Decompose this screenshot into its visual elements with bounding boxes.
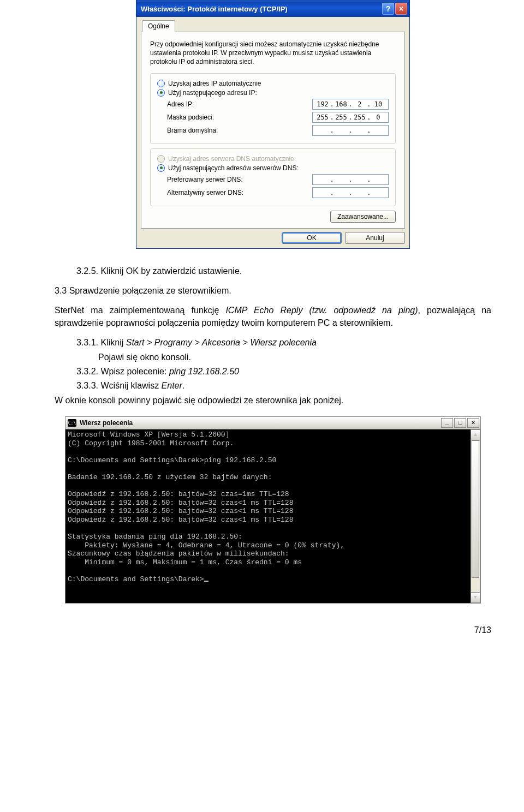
radio-dns-auto-label: Uzyskaj adres serwera DNS automatycznie (168, 155, 294, 163)
cmd-title: Wiersz polecenia (80, 419, 440, 427)
cmd-output[interactable]: Microsoft Windows XP [Wersja 5.1.2600] (… (66, 429, 480, 603)
scroll-down-icon[interactable]: ▼ (471, 592, 480, 603)
cancel-button[interactable]: Anuluj (345, 232, 405, 244)
dns-alt-input[interactable]: . . . (312, 187, 389, 198)
radio-dns-manual-label: Użyj następujących adresów serwerów DNS: (168, 164, 299, 172)
vertical-scrollbar[interactable]: ▲ ▼ (471, 429, 480, 603)
paragraph-after-steps: W oknie konsoli powinny pojawić się odpo… (55, 395, 491, 407)
radio-ip-manual[interactable] (157, 89, 165, 97)
radio-dns-auto (157, 155, 165, 163)
cursor (204, 581, 209, 582)
dns-alt-label: Alternatywny serwer DNS: (167, 189, 312, 196)
step-3-3-1: 3.3.1. Kliknij Start > Programy > Akceso… (55, 337, 491, 349)
radio-ip-auto[interactable] (157, 80, 165, 87)
scroll-up-icon[interactable]: ▲ (471, 429, 480, 440)
scroll-thumb[interactable] (472, 440, 479, 578)
titlebar[interactable]: Właściwości: Protokół internetowy (TCP/I… (136, 1, 409, 17)
close-button[interactable]: × (395, 3, 407, 15)
step-3-3-1-sub: Pojawi się okno konsoli. (55, 351, 491, 363)
paragraph-3-3: SterNet ma zaimplementowaną funkcję ICMP… (55, 304, 491, 329)
minimize-button[interactable]: _ (441, 418, 453, 428)
help-button[interactable]: ? (382, 3, 394, 15)
subnet-mask-label: Maska podsieci: (167, 114, 312, 121)
heading-3-3: 3.3 Sprawdzenie połączenia ze sterowniki… (55, 285, 491, 297)
ip-address-input[interactable]: 192. 168. 2. 10 (312, 99, 389, 110)
close-cmd-button[interactable]: × (467, 418, 479, 428)
radio-ip-manual-label: Użyj następującego adresu IP: (168, 89, 257, 97)
subnet-mask-input[interactable]: 255. 255. 255. 0 (312, 112, 389, 123)
advanced-button[interactable]: Zaawansowane... (330, 211, 396, 223)
page-number: 7/13 (55, 625, 491, 635)
gateway-input[interactable]: . . . (312, 125, 389, 136)
dns-pref-label: Preferowany serwer DNS: (167, 176, 312, 183)
dns-groupbox: Uzyskaj adres serwera DNS automatycznie … (150, 148, 396, 206)
tcpip-properties-dialog: Właściwości: Protokół internetowy (TCP/I… (136, 0, 410, 249)
ip-address-label: Adres IP: (167, 100, 312, 108)
ip-groupbox: Uzyskaj adres IP automatycznie Użyj nast… (150, 73, 396, 144)
radio-ip-auto-label: Uzyskaj adres IP automatycznie (168, 80, 261, 87)
cmd-icon: C:\ (68, 419, 76, 427)
step-3-2-5: 3.2.5. Kliknij OK by zatwierdzić ustawie… (55, 265, 491, 277)
cmd-titlebar[interactable]: C:\ Wiersz polecenia _ □ × (66, 417, 480, 429)
command-prompt-window: C:\ Wiersz polecenia _ □ × Microsoft Win… (65, 416, 481, 604)
tab-general[interactable]: Ogólne (142, 20, 175, 32)
maximize-button[interactable]: □ (454, 418, 466, 428)
ok-button[interactable]: OK (282, 232, 342, 244)
gateway-label: Brama domyślna: (167, 127, 312, 134)
step-3-3-3: 3.3.3. Wciśnij klawisz Enter. (55, 380, 491, 392)
window-title: Właściwości: Protokół internetowy (TCP/I… (141, 5, 381, 13)
step-3-3-2: 3.3.2. Wpisz polecenie: ping 192.168.2.5… (55, 366, 491, 378)
dns-pref-input[interactable]: . . . (312, 174, 389, 185)
radio-dns-manual[interactable] (157, 164, 165, 172)
intro-text: Przy odpowiedniej konfiguracji sieci moż… (150, 40, 396, 67)
